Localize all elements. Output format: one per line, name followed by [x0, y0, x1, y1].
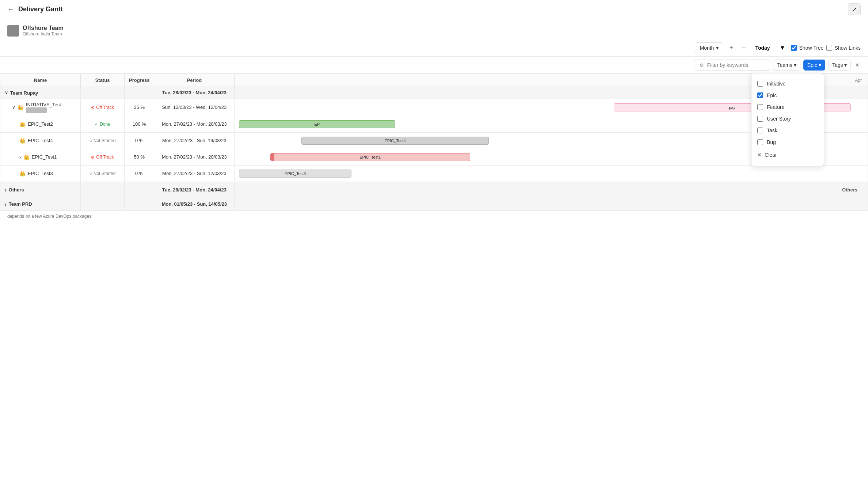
zoom-in-button[interactable]: +: [726, 43, 736, 53]
expand-button[interactable]: ⤢: [848, 3, 861, 15]
teams-chevron-icon: ▾: [794, 62, 796, 68]
row-name-cell: 👑 EPIC_Test4: [0, 132, 81, 149]
initiative-checkbox[interactable]: [757, 81, 763, 87]
clear-x-icon: ✕: [757, 152, 762, 158]
epic-checkbox[interactable]: [757, 92, 763, 98]
row-name-text: Others: [9, 187, 24, 193]
user-story-checkbox[interactable]: [757, 116, 763, 122]
row-chevron[interactable]: ›: [5, 187, 7, 193]
row-name-cell: › Team PRD: [0, 198, 81, 210]
row-period-cell: Mon, 27/02/23 - Mon, 20/03/23: [154, 116, 235, 132]
filter-bar: ⊘ Teams ▾ Epic ▾ Tags ▾ ×: [0, 57, 868, 73]
epic-option-initiative[interactable]: Initiative: [751, 78, 824, 90]
month-selector[interactable]: Month ▾: [695, 42, 723, 53]
status-icon: ⊗: [91, 105, 95, 110]
gantt-table-container: Name Status Progress Period Apr ∨ Team R…: [0, 73, 868, 210]
col-header-status: Status: [81, 74, 125, 87]
tags-chevron-icon: ▾: [844, 62, 847, 68]
row-chevron[interactable]: ›: [19, 154, 21, 160]
month-chevron-icon: ▾: [716, 45, 719, 51]
task-checkbox[interactable]: [757, 128, 763, 133]
row-status-cell: ✓ Done: [81, 116, 125, 132]
crown-icon: 👑: [18, 104, 24, 110]
bug-checkbox[interactable]: [757, 139, 763, 145]
show-links-label[interactable]: Show Links: [834, 45, 861, 51]
row-period-cell: Tue, 28/02/23 - Mon, 24/04/23: [154, 87, 235, 99]
row-name-cell: 👑 EPIC_Test2: [0, 116, 81, 132]
month-label: Month: [700, 45, 714, 51]
row-status-cell: [81, 182, 125, 198]
row-period-cell: Mon, 27/02/23 - Sun, 12/03/23: [154, 165, 235, 182]
row-name-text: EPIC_Test4: [28, 138, 53, 143]
teams-label: Teams: [777, 62, 792, 68]
bug-label: Bug: [767, 139, 776, 145]
epic-option-feature[interactable]: Feature: [751, 101, 824, 113]
gantt-bar: EP: [239, 120, 395, 128]
tags-dropdown[interactable]: Tags ▾: [828, 60, 851, 71]
table-row: › Others Tue, 28/02/23 - Mon, 24/04/23 O…: [0, 182, 868, 198]
filter-close-button[interactable]: ×: [854, 60, 861, 71]
show-tree-checkbox[interactable]: [791, 45, 797, 51]
col-header-period: Period: [154, 74, 235, 87]
row-gantt-cell: [235, 198, 868, 210]
row-period-cell: Mon, 01/05/23 - Sun, 14/05/23: [154, 198, 235, 210]
table-row: 👑 EPIC_Test3 ○ Not Started 0 % Mon, 27/0…: [0, 165, 868, 182]
row-chevron[interactable]: ∨: [12, 105, 15, 110]
filter-icon-button[interactable]: ▼: [777, 43, 788, 53]
footer-text: depends on a few Azure DevOps packages:: [7, 214, 92, 219]
show-links-checkbox[interactable]: [826, 45, 832, 51]
row-progress-cell: [125, 198, 154, 210]
keywords-input[interactable]: [707, 62, 765, 68]
feature-checkbox[interactable]: [757, 104, 763, 110]
clear-button[interactable]: ✕ Clear: [751, 148, 824, 162]
row-name-cell: › Others: [0, 182, 81, 198]
show-tree-label[interactable]: Show Tree: [799, 45, 823, 51]
epic-option-task[interactable]: Task: [751, 125, 824, 136]
crown-icon: 👑: [19, 138, 26, 144]
show-links-area: Show Links: [826, 45, 861, 51]
col-header-name: Name: [0, 74, 81, 87]
epic-label-item: Epic: [767, 92, 777, 98]
row-name-text: EPIC_Test3: [28, 171, 53, 176]
task-label: Task: [767, 128, 777, 133]
back-button[interactable]: ←: [7, 5, 15, 14]
epic-option-epic[interactable]: Epic: [751, 90, 824, 101]
row-chevron[interactable]: ›: [5, 201, 7, 207]
table-row: 👑 EPIC_Test2 ✓ Done 100 % Mon, 27/02/23 …: [0, 116, 868, 132]
team-subtitle: Offshore India Team: [23, 31, 64, 37]
crown-icon: 👑: [19, 171, 26, 176]
row-period-cell: Mon, 27/02/23 - Sun, 19/03/23: [154, 132, 235, 149]
epic-option-bug[interactable]: Bug: [751, 136, 824, 148]
row-name-text: INITIATIVE_Test - ████: [26, 102, 76, 113]
tags-label: Tags: [832, 62, 843, 68]
row-status-cell: ○ Not Started: [81, 165, 125, 182]
status-badge: ⊗ Off Track: [89, 154, 116, 160]
epic-popup: Initiative Epic Feature User Story Task …: [751, 73, 824, 166]
row-progress-cell: 100 %: [125, 116, 154, 132]
zoom-out-button[interactable]: −: [739, 43, 749, 53]
initiative-label: Initiative: [767, 81, 785, 87]
epic-dropdown[interactable]: Epic ▾: [803, 60, 825, 71]
row-period-cell: Sun, 12/03/23 - Wed, 12/04/23: [154, 99, 235, 116]
filter-keywords-box[interactable]: ⊘: [695, 60, 770, 71]
others-label: Others: [842, 187, 857, 193]
row-period-cell: Mon, 27/02/23 - Mon, 20/03/23: [154, 149, 235, 165]
today-button[interactable]: Today: [751, 43, 773, 53]
row-gantt-cell: Others: [235, 182, 868, 198]
teams-dropdown[interactable]: Teams ▾: [773, 60, 800, 71]
col-header-progress: Progress: [125, 74, 154, 87]
epic-option-user-story[interactable]: User Story: [751, 113, 824, 125]
filter-funnel-icon: ⊘: [700, 62, 704, 68]
crown-icon: 👑: [19, 121, 26, 127]
row-progress-cell: [125, 87, 154, 99]
user-story-label: User Story: [767, 116, 791, 122]
row-progress-cell: 0 %: [125, 132, 154, 149]
page-title: Delivery Gantt: [18, 5, 63, 13]
row-chevron[interactable]: ∨: [5, 90, 8, 95]
epic-chevron-icon: ▾: [819, 62, 821, 68]
status-badge: ○ Not Started: [87, 137, 118, 144]
row-name-text: EPIC_Test2: [28, 121, 53, 127]
status-badge: ✓ Done: [92, 121, 113, 128]
table-row: 👑 EPIC_Test4 ○ Not Started 0 % Mon, 27/0…: [0, 132, 868, 149]
row-name-text: Team PRD: [9, 201, 32, 207]
